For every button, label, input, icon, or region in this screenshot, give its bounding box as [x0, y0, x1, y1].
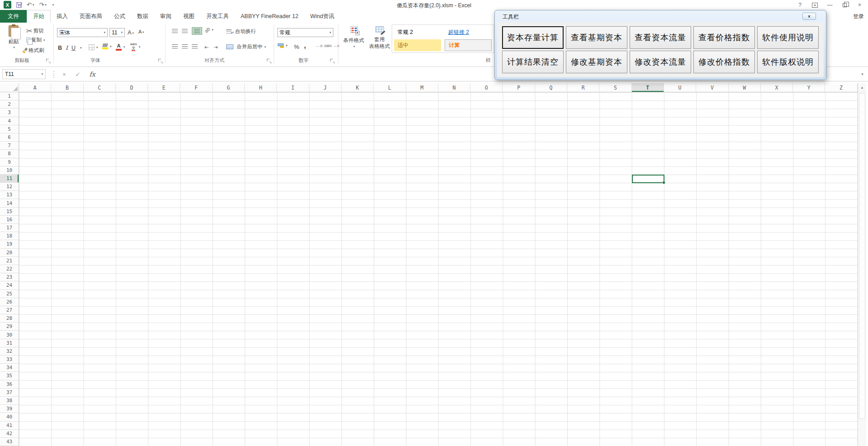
name-box-dropdown-icon[interactable]: ▾ [41, 72, 43, 76]
column-header-O[interactable]: O [470, 83, 503, 92]
alignment-dialog-launcher-icon[interactable] [267, 59, 271, 63]
underline-button[interactable]: U [71, 45, 76, 51]
row-header-17[interactable]: 17 [0, 224, 19, 232]
row-header-26[interactable]: 26 [0, 298, 19, 306]
undo-button[interactable]: ↶▾ [27, 2, 34, 8]
column-header-V[interactable]: V [696, 83, 728, 92]
sheet-grid[interactable] [19, 92, 858, 446]
tab-data[interactable]: 数据 [131, 10, 154, 23]
help-button[interactable]: ? [792, 0, 807, 10]
ribbon-display-options-button[interactable]: ▴ [807, 0, 822, 10]
row-header-34[interactable]: 34 [0, 364, 19, 372]
font-size-dropdown-icon[interactable]: ▾ [121, 31, 123, 34]
row-header-38[interactable]: 38 [0, 397, 19, 405]
number-format-dropdown-icon[interactable]: ▾ [329, 31, 331, 34]
row-header-1[interactable]: 1 [0, 92, 19, 100]
formula-bar-expand-icon[interactable]: ▾ [858, 69, 867, 79]
row-header-40[interactable]: 40 [0, 413, 19, 421]
font-dialog-launcher-icon[interactable] [158, 59, 163, 63]
row-header-27[interactable]: 27 [0, 306, 19, 314]
dialog-button[interactable]: 修改资本流量 [630, 51, 691, 73]
row-header-33[interactable]: 33 [0, 356, 19, 364]
dialog-button[interactable]: 软件使用说明 [757, 26, 819, 49]
row-header-39[interactable]: 39 [0, 405, 19, 413]
dialog-button[interactable]: 计算结果清空 [502, 51, 564, 73]
column-header-P[interactable]: P [503, 83, 535, 92]
row-header-37[interactable]: 37 [0, 389, 19, 397]
dialog-button[interactable]: 资本存量计算 [502, 26, 564, 49]
qat-customize-icon[interactable]: ▾ [52, 3, 54, 7]
dialog-button[interactable]: 查看资本流量 [630, 26, 691, 49]
column-header-X[interactable]: X [761, 83, 793, 92]
row-header-10[interactable]: 10 [0, 166, 19, 175]
column-header-E[interactable]: E [148, 83, 180, 92]
dialog-button[interactable]: 查看基期资本 [566, 26, 627, 49]
row-header-29[interactable]: 29 [0, 323, 19, 331]
borders-button[interactable]: ▾ [89, 44, 98, 50]
bold-button[interactable]: B [58, 45, 62, 51]
row-header-32[interactable]: 32 [0, 347, 19, 356]
column-header-G[interactable]: G [213, 83, 245, 92]
percent-style-button[interactable]: % [294, 43, 299, 50]
row-header-20[interactable]: 20 [0, 249, 19, 257]
row-header-19[interactable]: 19 [0, 240, 19, 248]
align-bottom-button[interactable] [192, 27, 202, 35]
conditional-formatting-dropdown-icon[interactable]: ▾ [341, 45, 367, 48]
format-as-table-button[interactable]: 套用 表格格式 [367, 26, 392, 50]
row-header-23[interactable]: 23 [0, 273, 19, 281]
column-header-J[interactable]: J [309, 83, 342, 92]
fill-color-dropdown-icon[interactable]: ▾ [110, 45, 112, 48]
row-header-14[interactable]: 14 [0, 199, 19, 207]
column-header-R[interactable]: R [567, 83, 599, 92]
grow-font-button[interactable]: A▴ [128, 29, 134, 36]
tab-abbyy[interactable]: ABBYY FineReader 12 [235, 10, 304, 23]
row-header-7[interactable]: 7 [0, 142, 19, 150]
column-header-S[interactable]: S [599, 83, 631, 92]
dialog-close-button[interactable]: × [802, 13, 816, 20]
row-header-5[interactable]: 5 [0, 125, 19, 133]
cancel-button[interactable]: × [59, 69, 70, 79]
row-header-15[interactable]: 15 [0, 208, 19, 216]
font-color-dropdown-icon[interactable]: ▾ [123, 45, 125, 49]
row-header-43[interactable]: 43 [0, 438, 19, 446]
tab-insert[interactable]: 插入 [51, 10, 74, 23]
undo-dropdown-icon[interactable]: ▾ [33, 3, 34, 6]
cell-style-normal[interactable]: 常规 2 [394, 26, 441, 38]
redo-dropdown-icon[interactable]: ▾ [45, 3, 47, 6]
row-header-4[interactable]: 4 [0, 117, 19, 125]
column-header-B[interactable]: B [51, 83, 83, 92]
insert-function-button[interactable]: fx [87, 69, 98, 79]
font-name-combo[interactable]: 宋体 ▾ [57, 28, 108, 37]
row-header-30[interactable]: 30 [0, 331, 19, 339]
column-header-F[interactable]: F [180, 83, 212, 92]
tab-review[interactable]: 审阅 [154, 10, 177, 23]
borders-dropdown-icon[interactable]: ▾ [96, 46, 98, 49]
accounting-dropdown-icon[interactable]: ▾ [286, 44, 288, 47]
decrease-indent-button[interactable]: ⇤ [204, 44, 209, 50]
dialog-button[interactable]: 查看价格指数 [693, 26, 755, 49]
row-header-25[interactable]: 25 [0, 290, 19, 298]
save-icon[interactable] [16, 2, 22, 8]
row-header-21[interactable]: 21 [0, 257, 19, 265]
column-header-W[interactable]: W [729, 83, 761, 92]
cut-button[interactable]: ✂ 剪切 [26, 27, 43, 35]
underline-dropdown-icon[interactable]: ▾ [80, 46, 82, 50]
column-header-U[interactable]: U [664, 83, 696, 92]
align-top-button[interactable] [172, 29, 178, 33]
restore-button[interactable] [837, 0, 852, 10]
tab-view[interactable]: 视图 [177, 10, 200, 23]
close-button[interactable]: × [852, 0, 867, 10]
accounting-format-button[interactable]: ▾ [277, 43, 288, 48]
shrink-font-button[interactable]: A▾ [138, 29, 144, 34]
row-header-11[interactable]: 11 [0, 175, 19, 183]
align-center-button[interactable] [182, 44, 188, 48]
increase-indent-button[interactable]: ⇥ [213, 44, 218, 50]
tab-page-layout[interactable]: 页面布局 [74, 10, 108, 23]
dialog-button[interactable]: 修改价格指数 [693, 51, 755, 73]
row-header-42[interactable]: 42 [0, 430, 19, 438]
wrap-text-button[interactable]: 自动换行 [226, 28, 256, 35]
row-header-6[interactable]: 6 [0, 133, 19, 142]
row-header-41[interactable]: 41 [0, 422, 19, 430]
row-header-8[interactable]: 8 [0, 150, 19, 158]
tab-formulas[interactable]: 公式 [108, 10, 131, 23]
